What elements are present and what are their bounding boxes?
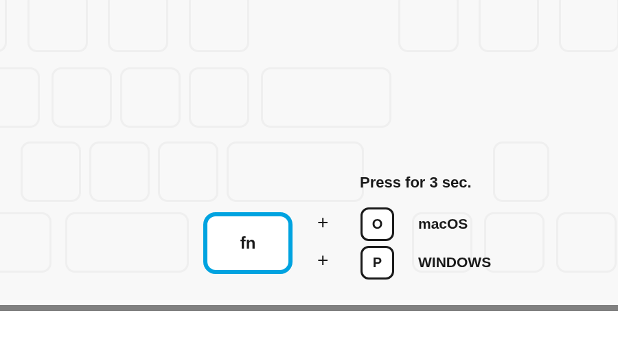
key-o-label: O [372, 216, 383, 232]
bg-key [108, 0, 168, 52]
bg-key [479, 0, 539, 52]
bg-key [189, 0, 249, 52]
plus-icon: + [317, 249, 328, 271]
bg-key [21, 141, 81, 202]
fn-key: fn [203, 212, 293, 274]
bg-key [261, 67, 391, 128]
bg-key [0, 0, 7, 52]
bg-key [120, 67, 181, 128]
os-label-windows: WINDOWS [418, 254, 491, 271]
key-p-label: P [373, 255, 382, 271]
bg-key [27, 0, 88, 52]
bg-key [227, 141, 364, 202]
bg-key [559, 0, 618, 52]
bg-key [189, 67, 249, 128]
bg-key [0, 212, 52, 273]
key-p: P [360, 246, 394, 280]
bg-key [158, 141, 218, 202]
bg-key [65, 212, 189, 273]
fn-key-label: fn [240, 234, 256, 253]
plus-icon: + [317, 212, 328, 234]
os-label-macos: macOS [418, 216, 468, 232]
bg-key [398, 0, 459, 52]
bg-key [52, 67, 112, 128]
below-keyboard-area [0, 311, 618, 364]
instruction-title: Press for 3 sec. [360, 174, 472, 192]
keyboard-edge-bar [0, 305, 618, 311]
bg-key [484, 212, 545, 273]
key-o: O [360, 207, 394, 241]
bg-key [0, 67, 40, 128]
bg-key [556, 212, 617, 273]
bg-key [493, 141, 549, 202]
bg-key [89, 141, 150, 202]
